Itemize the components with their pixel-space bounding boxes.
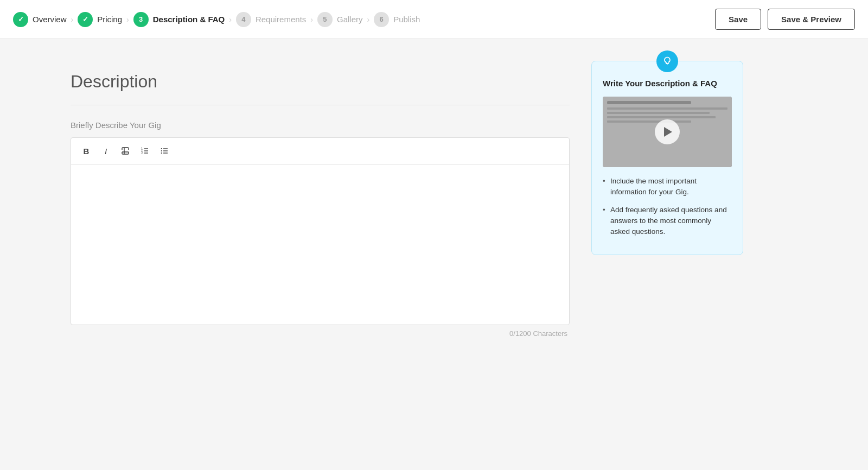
header-actions: Save Save & Preview [715, 9, 855, 30]
char-count: 0/1200 Characters [71, 329, 570, 338]
step-requirements[interactable]: 4 Requirements [236, 12, 306, 27]
chevron-4: › [310, 15, 313, 24]
step-label-overview: Overview [33, 15, 67, 24]
tip-video[interactable] [603, 97, 732, 167]
sidebar-tip: Write Your Description & FAQ Include the… [591, 61, 743, 470]
description-editor[interactable] [71, 164, 569, 325]
svg-point-10 [161, 150, 162, 151]
chevron-5: › [367, 15, 370, 24]
step-icon-description: 3 [133, 12, 149, 27]
svg-point-11 [161, 153, 162, 154]
play-triangle-icon [664, 127, 672, 137]
chevron-1: › [71, 15, 74, 24]
save-button[interactable]: Save [715, 9, 761, 30]
video-bar [607, 101, 691, 104]
field-label: Briefly Describe Your Gig [71, 120, 570, 130]
play-button[interactable] [655, 119, 680, 144]
video-line-4 [607, 120, 691, 123]
unordered-list-icon [160, 147, 169, 155]
section-divider [71, 105, 570, 105]
unordered-list-button[interactable] [156, 142, 173, 160]
svg-point-9 [161, 148, 162, 149]
save-preview-button[interactable]: Save & Preview [768, 9, 855, 30]
step-label-publish: Publish [393, 15, 420, 24]
step-publish[interactable]: 6 Publish [374, 12, 420, 27]
tip-bullet-1: Include the most important information f… [603, 176, 732, 198]
step-label-gallery: Gallery [337, 15, 363, 24]
italic-button[interactable]: I [97, 142, 114, 160]
step-label-requirements: Requirements [256, 15, 306, 24]
tip-bullets: Include the most important information f… [603, 176, 732, 237]
ordered-list-button[interactable]: 1 2 3 [136, 142, 154, 160]
video-line-3 [607, 116, 716, 118]
tip-icon-circle [656, 50, 678, 72]
editor-container: B I 1 2 3 [71, 137, 570, 325]
content-area: Description Briefly Describe Your Gig B … [71, 72, 570, 470]
step-label-description: Description & FAQ [153, 15, 225, 24]
highlight-icon [121, 147, 130, 155]
wizard-nav: ✓ Overview › ✓ Pricing › 3 Description &… [13, 12, 420, 27]
ordered-list-icon: 1 2 3 [141, 147, 149, 155]
tip-title: Write Your Description & FAQ [603, 78, 732, 89]
step-icon-requirements: 4 [236, 12, 251, 27]
main-content: Description Briefly Describe Your Gig B … [0, 39, 868, 470]
chevron-2: › [126, 15, 129, 24]
editor-toolbar: B I 1 2 3 [71, 138, 569, 164]
section-title: Description [71, 72, 570, 92]
step-overview[interactable]: ✓ Overview [13, 12, 67, 27]
video-line-1 [607, 107, 727, 110]
header: ✓ Overview › ✓ Pricing › 3 Description &… [0, 0, 868, 39]
video-line-2 [607, 112, 710, 114]
step-gallery[interactable]: 5 Gallery [317, 12, 363, 27]
chevron-3: › [229, 15, 232, 24]
step-icon-pricing: ✓ [78, 12, 93, 27]
svg-text:3: 3 [141, 151, 143, 154]
tip-bullet-2: Add frequently asked questions and answe… [603, 205, 732, 238]
tip-card: Write Your Description & FAQ Include the… [591, 61, 743, 255]
step-icon-publish: 6 [374, 12, 389, 27]
highlight-button[interactable] [117, 142, 134, 160]
step-pricing[interactable]: ✓ Pricing [78, 12, 122, 27]
step-description[interactable]: 3 Description & FAQ [133, 12, 225, 27]
step-icon-gallery: 5 [317, 12, 333, 27]
step-label-pricing: Pricing [97, 15, 122, 24]
step-icon-overview: ✓ [13, 12, 28, 27]
lightbulb-icon [662, 56, 673, 67]
bold-button[interactable]: B [78, 142, 95, 160]
